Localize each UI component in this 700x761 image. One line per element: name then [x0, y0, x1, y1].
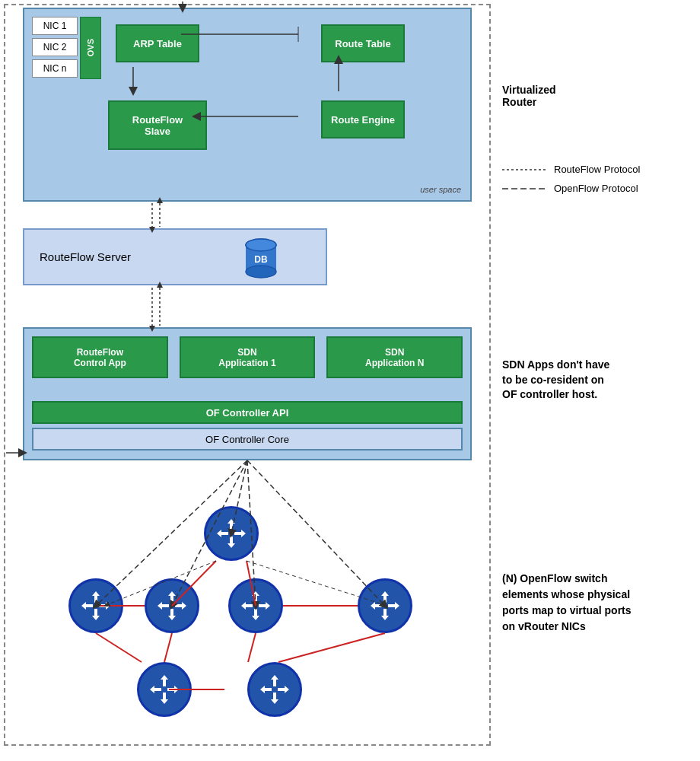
routeflow-control-app-box: RouteFlowControl App [32, 336, 168, 378]
of-controller-api-box: OF Controller API [32, 401, 463, 424]
of-controller-api-label: OF Controller API [206, 407, 289, 419]
routeflow-slave-label: RouteFlowSlave [132, 114, 183, 137]
switch-bottom-right [247, 662, 302, 717]
legend-openflow-label: OpenFlow Protocol [554, 183, 638, 194]
ovs-box: OVS [80, 17, 101, 79]
user-space-label: user space [420, 185, 461, 194]
route-table-box: Route Table [321, 24, 405, 62]
legend-openflow: OpenFlow Protocol [502, 183, 640, 194]
nic2-box: NIC 2 [32, 38, 78, 56]
legend-area: RouteFlow Protocol OpenFlow Protocol [502, 164, 640, 202]
sdn-apps-row: RouteFlowControl App SDNApplication 1 SD… [32, 336, 463, 378]
route-engine-box: Route Engine [321, 100, 405, 139]
arp-table-box: ARP Table [116, 24, 199, 62]
diagram-container: NIC 1 NIC 2 NIC n OVS ARP Table Route Ta… [0, 0, 700, 761]
db-svg: DB [242, 237, 280, 279]
switch-mid-right [358, 578, 412, 633]
db-cylinder: DB [242, 237, 280, 279]
switch-mid-left [68, 578, 123, 633]
sdn-application1-box: SDNApplication 1 [180, 336, 316, 378]
of-controller-core-label: OF Controller Core [205, 434, 289, 445]
switch-bottom-left [137, 662, 192, 717]
svg-text:DB: DB [254, 254, 268, 265]
virtualized-router-box: NIC 1 NIC 2 NIC n OVS ARP Table Route Ta… [23, 8, 472, 202]
legend-routeflow: RouteFlow Protocol [502, 164, 640, 175]
routeflow-slave-box: RouteFlowSlave [108, 100, 207, 150]
ovs-label: OVS [86, 39, 95, 56]
virtualized-router-label: VirtualizedRouter [502, 84, 556, 108]
sdn-applicationN-box: SDNApplication N [326, 336, 463, 378]
svg-point-2 [246, 266, 276, 278]
nicn-box: NIC n [32, 59, 78, 78]
sdn-side-label: SDN Apps don't haveto be co-resident onO… [502, 358, 609, 403]
nic-column: NIC 1 NIC 2 NIC n [32, 17, 78, 81]
nic1-box: NIC 1 [32, 17, 78, 35]
arp-table-label: ARP Table [133, 38, 182, 49]
server-box: RouteFlow Server DB [23, 228, 327, 285]
route-table-label: Route Table [335, 38, 390, 49]
switches-area [23, 495, 464, 746]
svg-point-3 [246, 239, 276, 251]
switch-mid-center-right [228, 578, 283, 633]
server-label: RouteFlow Server [40, 250, 131, 263]
of-controller-core-box: OF Controller Core [32, 428, 463, 451]
switch-mid-center-left [145, 578, 199, 633]
controller-outer-box: RouteFlowControl App SDNApplication 1 SD… [23, 327, 472, 460]
legend-routeflow-label: RouteFlow Protocol [554, 164, 640, 175]
switch-top-center [204, 506, 259, 561]
route-engine-label: Route Engine [331, 114, 395, 126]
openflow-side-label: (N) OpenFlow switchelements whose physic… [502, 571, 632, 635]
